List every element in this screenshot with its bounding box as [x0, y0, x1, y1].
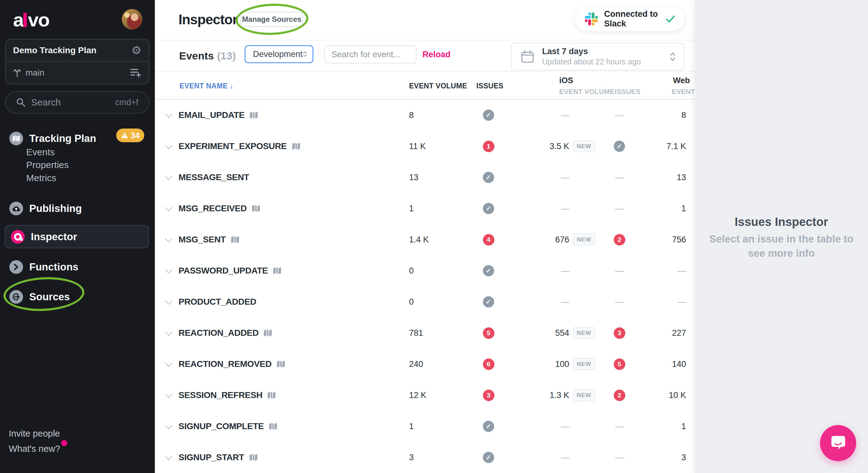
environment-select[interactable]: Development [245, 45, 313, 63]
reload-link[interactable]: Reload [423, 50, 451, 60]
tracking-plan-map-icon [269, 423, 277, 430]
event-table-row[interactable]: MESSAGE_SENT13✓——13 [155, 162, 695, 193]
column-header-ios-issues[interactable]: ISSUES [615, 88, 641, 96]
event-table-row[interactable]: REACTION_ADDED7815554NEW3227 [155, 317, 695, 348]
avatar[interactable] [122, 9, 143, 30]
slack-status-button[interactable]: Connected to Slack [575, 7, 684, 31]
empty-value-dash: — [615, 297, 624, 307]
row-expand-chevron-icon[interactable] [165, 391, 172, 398]
issue-count-badge[interactable]: 3 [483, 390, 494, 401]
workspace-row[interactable]: Demo Tracking Plan ⚙ [6, 39, 149, 62]
row-expand-chevron-icon[interactable] [165, 173, 172, 180]
chat-launcher-button[interactable] [820, 425, 856, 461]
row-expand-chevron-icon[interactable] [165, 266, 172, 273]
event-name[interactable]: PASSWORD_UPDATE [179, 266, 268, 276]
event-table-row[interactable]: PRODUCT_ADDED0✓——— [155, 286, 695, 317]
event-table-row[interactable]: MSG_SENT1.4 K4676NEW2756 [155, 224, 695, 255]
date-range-text: Last 7 days Updated about 22 hours ago [542, 47, 661, 66]
invite-people-link[interactable]: Invite people [9, 429, 60, 439]
sidebar-search[interactable]: Search cmd+f [5, 91, 150, 113]
issue-count-badge[interactable]: 6 [483, 359, 494, 370]
event-name[interactable]: MSG_RECEIVED [179, 204, 247, 213]
event-volume: 1 [409, 421, 414, 431]
whats-new-link[interactable]: What's new? [9, 444, 60, 454]
issue-count-badge[interactable]: 4 [483, 234, 494, 245]
event-table-row[interactable]: PASSWORD_UPDATE0✓——— [155, 255, 695, 286]
ios-event-volume: 1.3 K [550, 391, 569, 400]
row-expand-chevron-icon[interactable] [165, 142, 172, 149]
event-table-row[interactable]: EXPERIMENT_EXPOSURE11 K13.5 KNEW✓7.1 K [155, 131, 695, 162]
event-name[interactable]: EMAIL_UPDATE [179, 110, 245, 120]
column-header-event-volume[interactable]: EVENT VOLUME [409, 82, 467, 90]
branch-row[interactable]: main [6, 62, 149, 84]
tracking-plan-map-icon [267, 392, 276, 399]
row-expand-chevron-icon[interactable] [165, 297, 172, 305]
sidebar-item-functions[interactable]: Functions [0, 257, 155, 277]
event-name[interactable]: SESSION_REFRESH [179, 390, 262, 400]
logo-vo: vo [28, 9, 49, 31]
events-heading: Events(13) [179, 50, 236, 62]
event-name[interactable]: EXPERIMENT_EXPOSURE [179, 141, 287, 151]
workspace-box: Demo Tracking Plan ⚙ main [5, 39, 150, 84]
sidebar-item-inspector[interactable]: Inspector [5, 225, 149, 248]
no-issues-check-icon: ✓ [483, 452, 494, 463]
column-header-web-event-volume[interactable]: EVENT VOLUME [672, 88, 695, 96]
event-table-row[interactable]: REACTION_REMOVED2406100NEW5140 [155, 348, 695, 380]
empty-value-dash: — [615, 421, 624, 431]
issue-count-badge[interactable]: 5 [614, 359, 625, 370]
issue-count-badge[interactable]: 2 [614, 234, 625, 245]
sidebar-item-sources[interactable]: Sources [0, 287, 155, 307]
event-search-input[interactable] [324, 45, 416, 64]
issue-count-badge[interactable]: 2 [614, 390, 625, 401]
sidebar-item-publishing[interactable]: Publishing [0, 199, 155, 218]
issue-count-badge[interactable]: 5 [483, 327, 494, 339]
row-expand-chevron-icon[interactable] [165, 328, 172, 336]
tracking-plan-map-icon [231, 236, 239, 243]
row-expand-chevron-icon[interactable] [165, 204, 172, 211]
column-group-web: Web [673, 76, 690, 85]
events-label: Events [179, 50, 214, 62]
column-header-issues[interactable]: ISSUES [476, 82, 503, 90]
row-expand-chevron-icon[interactable] [165, 421, 172, 429]
event-table-row[interactable]: SESSION_REFRESH12 K31.3 KNEW210 K [155, 380, 695, 411]
event-table-row[interactable]: MSG_RECEIVED1✓——1 [155, 193, 695, 224]
event-table-row[interactable]: SIGNUP_START3✓——3 [155, 442, 695, 473]
gear-icon[interactable]: ⚙ [131, 45, 142, 56]
issue-count-badge[interactable]: 3 [614, 327, 625, 339]
web-event-volume: 1 [681, 204, 686, 213]
column-header-event-name[interactable]: EVENT NAME ↓ [180, 82, 234, 90]
event-table-row[interactable]: EMAIL_UPDATE8✓——8 [155, 100, 695, 131]
row-expand-chevron-icon[interactable] [165, 360, 172, 367]
notification-dot [61, 440, 67, 446]
row-expand-chevron-icon[interactable] [165, 110, 172, 118]
add-branch-icon[interactable] [130, 68, 142, 78]
row-expand-chevron-icon[interactable] [165, 235, 172, 242]
event-name[interactable]: MESSAGE_SENT [179, 172, 249, 182]
chevron-right-icon [9, 260, 23, 274]
warning-count-badge[interactable]: 34 [116, 129, 144, 142]
issue-count-badge[interactable]: 1 [483, 141, 494, 152]
row-expand-chevron-icon[interactable] [165, 453, 172, 460]
sidebar-item-properties[interactable]: Properties [26, 160, 69, 170]
event-name[interactable]: REACTION_REMOVED [179, 359, 272, 369]
event-name[interactable]: MSG_SENT [179, 235, 226, 245]
sidebar-item-events[interactable]: Events [26, 147, 55, 158]
date-range-select[interactable]: Last 7 days Updated about 22 hours ago [511, 43, 684, 70]
event-name[interactable]: SIGNUP_START [179, 452, 244, 463]
column-header-ios-event-volume[interactable]: EVENT VOLUME [559, 88, 614, 96]
web-event-volume: 7.1 K [666, 142, 686, 151]
sidebar-item-metrics[interactable]: Metrics [26, 173, 56, 183]
no-issues-check-icon: ✓ [483, 296, 494, 307]
event-volume: 1 [409, 204, 414, 213]
event-table-row[interactable]: SIGNUP_COMPLETE1✓——1 [155, 411, 695, 442]
table-header: EVENT NAME ↓ EVENT VOLUME ISSUES iOS EVE… [155, 72, 695, 100]
event-name[interactable]: SIGNUP_COMPLETE [179, 421, 264, 431]
ios-event-volume: 100 [555, 360, 569, 369]
manage-sources-button[interactable]: Manage Sources [241, 12, 303, 27]
event-name[interactable]: REACTION_ADDED [179, 328, 258, 338]
ios-event-volume: 554 [555, 328, 569, 338]
empty-value-dash: — [615, 453, 624, 463]
environment-value: Development [253, 49, 303, 59]
event-name[interactable]: PRODUCT_ADDED [179, 297, 256, 307]
empty-value-dash: — [615, 110, 624, 120]
